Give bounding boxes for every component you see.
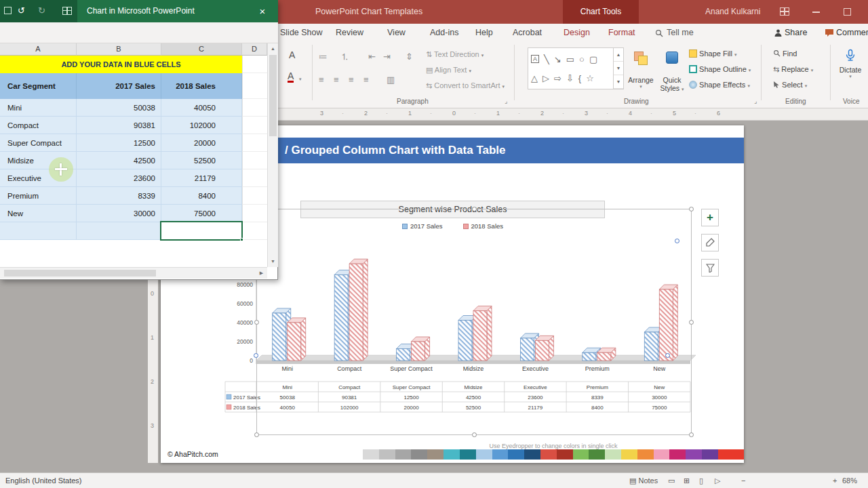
slide-sorter-view-icon[interactable]: ⊞ xyxy=(684,473,690,488)
font-color-dropdown-arrow[interactable]: ▾ xyxy=(299,77,302,82)
line-shape-icon[interactable]: ╲ xyxy=(544,54,549,64)
bullets-icon[interactable]: ≔ xyxy=(319,52,328,62)
palette-swatch[interactable] xyxy=(557,449,573,460)
tell-me[interactable]: Tell me xyxy=(667,24,694,42)
arrange-button[interactable]: Arrange ▾ xyxy=(625,46,656,103)
down-arrow-shape-icon[interactable]: ⇩ xyxy=(566,73,574,83)
shape-effects-button[interactable]: Shape Effects ▾ xyxy=(689,81,750,89)
resize-handle[interactable] xyxy=(472,207,477,211)
cell[interactable]: 2018 Sales xyxy=(161,73,242,99)
save-icon[interactable] xyxy=(4,7,12,14)
rounded-rectangle-shape-icon[interactable]: ▢ xyxy=(589,54,597,64)
align-left-icon[interactable]: ≡ xyxy=(319,75,324,85)
cell[interactable]: Car Segment xyxy=(0,73,77,99)
excel-vertical-scrollbar[interactable]: ▲ ▼ xyxy=(267,43,278,267)
zoom-level[interactable]: 68% xyxy=(842,473,857,488)
palette-swatch[interactable] xyxy=(654,449,670,460)
resize-handle[interactable] xyxy=(689,432,694,437)
cell[interactable]: 12500 xyxy=(77,134,161,152)
cell[interactable] xyxy=(77,222,161,240)
gallery-more-icon[interactable]: ▼ xyxy=(614,75,623,89)
resize-handle[interactable] xyxy=(254,320,259,325)
cell[interactable] xyxy=(242,134,267,152)
chart-styles-button[interactable] xyxy=(701,234,719,251)
cell[interactable] xyxy=(242,73,267,99)
find-button[interactable]: Find xyxy=(773,49,797,58)
palette-swatch[interactable] xyxy=(702,449,718,460)
excel-horizontal-scrollbar[interactable]: ▶ xyxy=(0,267,267,279)
palette-swatch[interactable] xyxy=(686,449,702,460)
columns-icon[interactable]: ▥ xyxy=(387,75,395,85)
zoom-in-button[interactable]: + xyxy=(833,473,837,488)
cell[interactable] xyxy=(242,222,267,240)
normal-view-icon[interactable]: ▭ xyxy=(668,473,675,488)
scrollbar-thumb[interactable] xyxy=(4,270,156,277)
cell[interactable] xyxy=(242,169,267,187)
cell[interactable]: Compact xyxy=(0,117,77,134)
shapes-gallery[interactable]: A ╲ ↘ ▭ ○ ▢ △ ▷ ⇨ ⇩ { ☆ ▲ ▼ ▼ xyxy=(528,47,624,89)
quick-styles-button[interactable]: Quick Styles ▾ xyxy=(656,46,688,103)
convert-smartart-button[interactable]: ⇆ Convert to SmartArt ▾ xyxy=(426,81,505,90)
numbering-icon[interactable]: ⒈ xyxy=(340,52,349,62)
justify-icon[interactable]: ≡ xyxy=(363,75,369,85)
cell[interactable]: 75000 xyxy=(161,205,242,222)
gallery-scrollbar[interactable]: ▲ ▼ ▼ xyxy=(613,48,623,89)
minimize-icon[interactable] xyxy=(812,12,820,13)
cell[interactable] xyxy=(0,222,77,240)
scroll-up-icon[interactable]: ▲ xyxy=(268,43,278,54)
cell[interactable] xyxy=(242,56,267,73)
align-center-icon[interactable]: ≡ xyxy=(334,75,339,85)
cell[interactable] xyxy=(242,205,267,222)
line-spacing-icon[interactable]: ⇕ xyxy=(406,52,413,62)
selected-cell[interactable] xyxy=(160,221,243,241)
chart-selection-frame[interactable] xyxy=(256,209,692,435)
cell[interactable]: Premium xyxy=(0,187,77,205)
palette-swatch[interactable] xyxy=(573,449,589,460)
palette-swatch[interactable] xyxy=(395,449,412,460)
column-header-C[interactable]: C xyxy=(161,43,242,56)
table-icon[interactable] xyxy=(62,7,72,15)
ribbon-tab-acrobat[interactable]: Acrobat xyxy=(513,24,542,42)
language-status[interactable]: English (United States) xyxy=(5,473,82,488)
ribbon-tab-slide-show[interactable]: Slide Show xyxy=(280,24,323,42)
cell[interactable]: 23600 xyxy=(77,169,161,187)
ribbon-tab-help[interactable]: Help xyxy=(475,24,493,42)
right-triangle-shape-icon[interactable]: ▷ xyxy=(542,73,549,83)
shape-outline-button[interactable]: Shape Outline ▾ xyxy=(689,65,751,73)
palette-swatch[interactable] xyxy=(589,449,605,460)
palette-swatch[interactable] xyxy=(363,449,379,460)
palette-swatch[interactable] xyxy=(524,449,540,460)
chart-filters-button[interactable] xyxy=(701,259,719,277)
dictate-button[interactable]: Dictate ▾ xyxy=(833,46,868,103)
cell[interactable]: Mini xyxy=(0,99,77,117)
comments-button[interactable]: Commen xyxy=(836,24,868,42)
cell[interactable]: 8339 xyxy=(77,187,161,205)
brace-shape-icon[interactable]: { xyxy=(578,73,581,83)
plot-area-handle[interactable] xyxy=(254,353,258,358)
replace-button[interactable]: ⇆ Replace ▾ xyxy=(773,65,813,74)
cell[interactable] xyxy=(242,187,267,205)
palette-swatch[interactable] xyxy=(411,449,427,460)
triangle-shape-icon[interactable]: △ xyxy=(531,73,538,83)
cell[interactable]: 90381 xyxy=(77,117,161,134)
column-header-B[interactable]: B xyxy=(77,43,161,56)
cell[interactable] xyxy=(242,117,267,134)
close-icon[interactable]: × xyxy=(247,0,278,22)
font-color-icon[interactable]: A xyxy=(288,71,294,83)
cell[interactable]: 102000 xyxy=(161,117,242,134)
chart-elements-button[interactable]: + xyxy=(701,209,719,226)
notes-button[interactable]: ▤ Notes xyxy=(629,473,658,488)
resize-handle[interactable] xyxy=(254,432,259,437)
clear-formatting-icon[interactable]: A xyxy=(289,49,295,60)
ribbon-tab-design[interactable]: Design xyxy=(564,24,590,42)
align-right-icon[interactable]: ≡ xyxy=(349,75,354,85)
cell[interactable]: 52500 xyxy=(161,152,242,169)
rectangle-shape-icon[interactable]: ▭ xyxy=(566,54,574,64)
cell[interactable]: 8400 xyxy=(161,187,242,205)
ribbon-tab-format[interactable]: Format xyxy=(608,24,635,42)
palette-swatch[interactable] xyxy=(540,449,557,460)
palette-swatch[interactable] xyxy=(669,449,686,460)
cell[interactable] xyxy=(242,152,267,169)
palette-swatch[interactable] xyxy=(427,449,443,460)
ribbon-display-options-icon[interactable] xyxy=(780,7,789,16)
